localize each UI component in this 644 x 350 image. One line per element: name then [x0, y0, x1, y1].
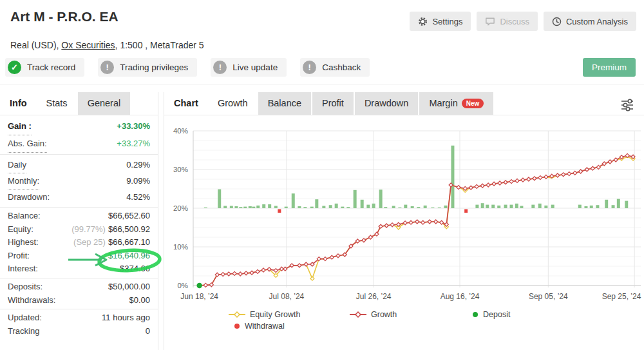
stat-value: +33.30% — [114, 117, 150, 135]
page-title: Art M - P.R.O. EA — [10, 9, 118, 24]
exclamation-icon: ! — [100, 61, 114, 74]
stat-row: Updated: 11 hours ago — [0, 311, 158, 325]
svg-text:20%: 20% — [173, 204, 188, 212]
stat-row: Balance: $66,652.60 — [0, 209, 158, 223]
stat-label: Drawdown: — [8, 189, 50, 205]
tab-margin[interactable]: MarginNew — [419, 92, 493, 115]
divider — [0, 207, 158, 208]
stat-value: (99.77%)$66,500.92 — [71, 223, 150, 237]
badge-cashback[interactable]: ! Cashback — [300, 58, 370, 77]
legend-label: Deposit — [483, 310, 510, 319]
header-actions: Settings Discuss Custom Analysis — [410, 12, 636, 31]
legend-label: Growth — [371, 310, 397, 319]
stat-label: Gain : — [8, 117, 32, 135]
stat-row: Deposits: $50,000.00 — [0, 280, 158, 294]
info-panel: Info Stats General Gain : +33.30% Abs. G… — [0, 92, 158, 350]
myfxbook-account-page: Art M - P.R.O. EA Real (USD), Ox Securit… — [0, 0, 644, 350]
stat-row: Monthly: 9.09% — [0, 173, 158, 189]
tab-drawdown[interactable]: Drawdown — [355, 92, 419, 115]
tab-general[interactable]: General — [78, 92, 131, 115]
stat-row: Interest: $374.66 — [0, 262, 158, 276]
stat-label: Abs. Gain: — [8, 135, 47, 153]
tab-balance[interactable]: Balance — [258, 92, 311, 115]
tab-info[interactable]: Info — [0, 92, 37, 115]
stat-label: Deposits: — [8, 280, 43, 294]
stat-value: $66,652.60 — [106, 209, 150, 223]
stat-label: Balance: — [8, 209, 41, 223]
stat-row: Daily 0.29% — [0, 157, 158, 173]
svg-text:Jul 08, ’24: Jul 08, ’24 — [269, 292, 305, 301]
custom-analysis-button[interactable]: Custom Analysis — [544, 12, 636, 31]
legend-growth[interactable]: Growth — [350, 310, 397, 319]
tab-profit[interactable]: Profit — [312, 92, 354, 115]
legend-label: Withdrawal — [245, 322, 285, 331]
badge-track-record[interactable]: ✓ Track record — [5, 58, 84, 77]
svg-text:Sep 05, ’24: Sep 05, ’24 — [529, 292, 568, 301]
clock-icon — [552, 17, 562, 26]
growth-chart[interactable]: 0%10%20%30%40%Jun 18, ’24Jul 08, ’24Jul … — [164, 118, 644, 308]
stat-label: Tracking — [8, 325, 39, 338]
exclamation-icon: ! — [213, 61, 227, 74]
legend-deposit[interactable]: Deposit — [472, 310, 510, 319]
info-tabbar: Info Stats General — [0, 92, 158, 115]
legend-withdrawal[interactable]: Withdrawal — [234, 322, 285, 331]
legend-equity-growth[interactable]: Equity Growth — [229, 310, 301, 319]
subtitle-suffix: , 1:500 , MetaTrader 5 — [115, 40, 204, 50]
svg-text:10%: 10% — [173, 243, 188, 251]
stat-label: Monthly: — [8, 173, 39, 190]
svg-text:Jul 26, ’24: Jul 26, ’24 — [356, 292, 392, 301]
stat-value: 9.09% — [124, 173, 150, 189]
stat-value: $50,000.00 — [106, 280, 150, 294]
status-badges: ✓ Track record ! Trading privileges ! Li… — [5, 58, 370, 77]
chart-panel: Chart Growth Balance Profit Drawdown Mar… — [164, 92, 644, 350]
tab-growth[interactable]: Growth — [208, 92, 258, 115]
stat-value: 0 — [143, 325, 150, 338]
stat-value: $374.66 — [117, 262, 150, 276]
settings-button[interactable]: Settings — [410, 12, 471, 31]
stat-value: 4.52% — [124, 189, 150, 205]
stat-value: 11 hours ago — [99, 311, 150, 325]
header: Art M - P.R.O. EA Real (USD), Ox Securit… — [0, 0, 644, 84]
svg-text:Sep 25, ’24: Sep 25, ’24 — [602, 292, 641, 301]
stat-row: Profit: $16,640.96 — [0, 249, 158, 263]
growth-marker-icon — [350, 311, 366, 318]
gear-icon — [418, 17, 428, 26]
stat-row: Drawdown: 4.52% — [0, 189, 158, 205]
new-badge: New — [462, 99, 484, 108]
stat-row: Abs. Gain: +33.27% — [0, 135, 158, 152]
badge-label: Live update — [232, 63, 278, 72]
check-icon: ✓ — [8, 61, 21, 74]
badge-trading-privileges[interactable]: ! Trading privileges — [98, 58, 197, 77]
broker-link[interactable]: Ox Securities — [61, 40, 115, 50]
stat-row: Tracking 0 — [0, 325, 158, 338]
stat-value: $0.00 — [126, 294, 150, 307]
deposit-dot-icon — [472, 311, 478, 318]
discuss-button[interactable]: Discuss — [477, 12, 538, 31]
speech-bubble-icon — [485, 17, 495, 26]
discuss-label: Discuss — [500, 17, 529, 26]
stat-label: Updated: — [8, 311, 42, 325]
svg-text:0%: 0% — [177, 282, 188, 289]
svg-text:40%: 40% — [173, 127, 188, 135]
badge-live-update[interactable]: ! Live update — [211, 58, 287, 77]
divider — [0, 154, 158, 155]
subtitle-prefix: Real (USD), — [10, 40, 61, 50]
withdrawal-dot-icon — [234, 323, 240, 329]
stat-hint: (99.77%) — [71, 224, 106, 234]
premium-button[interactable]: Premium — [583, 58, 636, 77]
tab-chart[interactable]: Chart — [164, 92, 208, 115]
custom-analysis-label: Custom Analysis — [566, 17, 628, 26]
chart-settings-sliders-icon[interactable] — [620, 99, 635, 112]
stat-label: Withdrawals: — [8, 294, 55, 307]
badge-label: Track record — [27, 63, 75, 72]
stat-label: Highest: — [8, 236, 39, 249]
chart-tabbar: Chart Growth Balance Profit Drawdown Mar… — [164, 92, 644, 115]
stat-label: Equity: — [8, 223, 33, 237]
stat-value: $16,640.96 — [106, 249, 150, 263]
stat-row: Equity: (99.77%)$66,500.92 — [0, 223, 158, 237]
stat-label: Daily — [8, 157, 26, 173]
stat-value: 0.29% — [124, 157, 150, 173]
tab-stats[interactable]: Stats — [37, 92, 77, 115]
settings-label: Settings — [432, 17, 462, 26]
stat-row: Withdrawals: $0.00 — [0, 294, 158, 307]
